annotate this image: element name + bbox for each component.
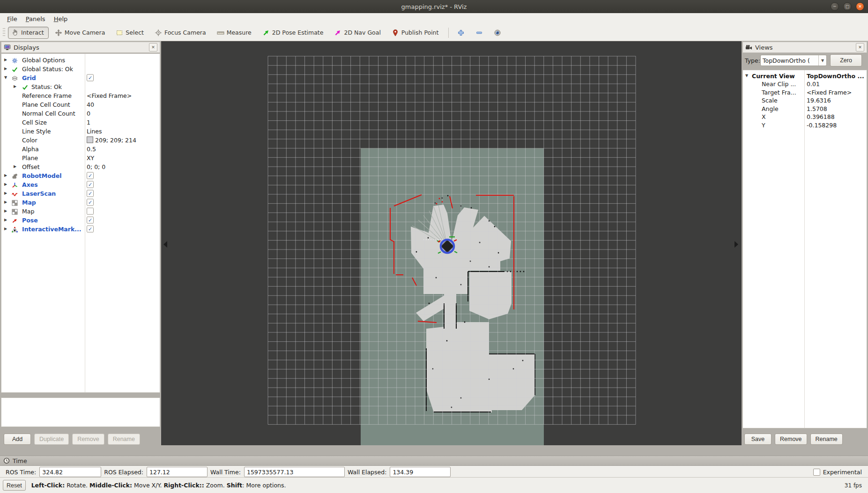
displays-close-icon[interactable]: ✕	[149, 43, 157, 52]
row-value[interactable]: 0	[87, 110, 90, 117]
row-value[interactable]: ✓	[87, 74, 94, 81]
checkbox[interactable]: ✓	[87, 190, 94, 197]
toolbar-grip[interactable]	[2, 26, 6, 39]
display-row-plane-cell-count[interactable]: Plane Cell Count40	[1, 100, 160, 109]
display-row-plane[interactable]: PlaneXY	[1, 153, 160, 162]
row-value[interactable]: ✓	[87, 181, 94, 188]
expand-arrow-icon[interactable]: ▶	[4, 66, 7, 71]
expand-arrow-icon[interactable]: ▶	[4, 218, 7, 222]
display-row-robotmodel[interactable]: ▶RobotModel✓	[1, 171, 160, 180]
displays-remove-button[interactable]: Remove	[72, 434, 104, 445]
row-value[interactable]: 209; 209; 214	[87, 136, 136, 143]
wall-elapsed-input[interactable]	[390, 467, 451, 477]
toolbar-button-plus[interactable]	[454, 27, 469, 39]
display-row-map[interactable]: ▶Map	[1, 206, 160, 215]
minimize-button[interactable]: ─	[831, 2, 839, 11]
checkbox[interactable]: ✓	[87, 199, 94, 206]
expand-arrow-icon[interactable]: ▶	[4, 227, 7, 231]
row-value[interactable]: 1.5708	[807, 105, 827, 112]
row-value[interactable]: 19.6316	[807, 97, 831, 104]
displays-add-button[interactable]: Add	[4, 434, 31, 445]
display-row-global-options[interactable]: ▶Global Options	[1, 55, 160, 64]
expand-arrow-icon[interactable]: ▶	[4, 182, 7, 186]
wall-time-input[interactable]	[244, 467, 345, 477]
reset-button[interactable]: Reset	[3, 480, 26, 491]
views-save-button[interactable]: Save	[744, 434, 772, 445]
views-rename-button[interactable]: Rename	[810, 434, 843, 445]
display-row-normal-cell-count[interactable]: Normal Cell Count0	[1, 109, 160, 118]
ros-elapsed-input[interactable]	[147, 467, 208, 477]
display-row-grid[interactable]: ▼Grid✓	[1, 73, 160, 82]
displays-duplicate-button[interactable]: Duplicate	[34, 434, 69, 445]
display-row-cell-size[interactable]: Cell Size1	[1, 118, 160, 126]
menu-panels[interactable]: Panels	[22, 15, 50, 23]
view-type-select[interactable]: TopDownOrtho ( ▼	[760, 55, 827, 66]
menu-file[interactable]: File	[3, 15, 22, 23]
checkbox[interactable]: ✓	[87, 172, 94, 179]
row-value[interactable]: 0.01	[807, 81, 820, 88]
display-row-alpha[interactable]: Alpha0.5	[1, 144, 160, 153]
expand-arrow-icon[interactable]: ▶	[4, 58, 7, 62]
row-value[interactable]: 40	[87, 101, 94, 108]
row-value[interactable]	[87, 207, 94, 214]
zero-button[interactable]: Zero	[830, 54, 862, 66]
toolbar-button-publish-point[interactable]: Publish Point	[388, 27, 444, 39]
display-row-reference-frame[interactable]: Reference Frame<Fixed Frame>	[1, 91, 160, 100]
checkbox[interactable]: ✓	[87, 74, 94, 81]
row-value[interactable]: ✓	[87, 225, 94, 232]
views-close-icon[interactable]: ✕	[856, 43, 864, 52]
display-row-map[interactable]: ▶Map✓	[1, 198, 160, 206]
toolbar-button-eye[interactable]	[490, 27, 506, 39]
view-row-target-fra[interactable]: Target Fra...<Fixed Frame>	[743, 88, 867, 96]
view-row-x[interactable]: X0.396188	[743, 113, 867, 121]
display-row-status-ok[interactable]: ▶Status: Ok	[1, 82, 160, 91]
view-row-scale[interactable]: Scale19.6316	[743, 96, 867, 105]
collapse-arrow-icon[interactable]: ▼	[4, 75, 7, 80]
checkbox[interactable]: ✓	[87, 181, 94, 188]
row-value[interactable]: <Fixed Frame>	[87, 92, 132, 99]
row-value[interactable]: 0.396188	[807, 113, 835, 120]
checkbox[interactable]	[87, 207, 94, 214]
checkbox[interactable]: ✓	[87, 216, 94, 223]
row-value[interactable]: XY	[87, 154, 94, 161]
view-row-near-clip[interactable]: Near Clip ...0.01	[743, 80, 867, 88]
row-value[interactable]: 1	[87, 118, 90, 125]
ros-time-input[interactable]	[39, 467, 101, 477]
maximize-button[interactable]: □	[843, 2, 852, 11]
display-row-global-status-ok[interactable]: ▶Global Status: Ok	[1, 64, 160, 73]
display-row-offset[interactable]: ▶Offset0; 0; 0	[1, 162, 160, 171]
menu-help[interactable]: Help	[50, 15, 72, 23]
collapse-right-icon[interactable]	[734, 241, 738, 248]
row-value[interactable]: TopDownOrtho ...	[807, 72, 864, 79]
expand-arrow-icon[interactable]: ▶	[4, 191, 7, 195]
toolbar-button-select[interactable]: Select	[112, 27, 148, 39]
collapse-left-icon[interactable]	[163, 241, 167, 248]
expand-arrow-icon[interactable]: ▶	[14, 84, 16, 88]
display-row-axes[interactable]: ▶Axes✓	[1, 180, 160, 189]
collapse-arrow-icon[interactable]: ▼	[745, 74, 748, 78]
display-row-color[interactable]: Color209; 209; 214	[1, 135, 160, 144]
row-value[interactable]: ✓	[87, 216, 94, 223]
toolbar-button-measure[interactable]: Measure	[214, 27, 256, 39]
view-row-angle[interactable]: Angle1.5708	[743, 104, 867, 113]
expand-arrow-icon[interactable]: ▶	[4, 173, 7, 177]
toolbar-button-focus-camera[interactable]: Focus Camera	[151, 27, 211, 39]
display-row-laserscan[interactable]: ▶LaserScan✓	[1, 189, 160, 198]
row-value[interactable]: <Fixed Frame>	[807, 88, 852, 96]
checkbox[interactable]: ✓	[87, 225, 94, 232]
display-row-interactivemark[interactable]: ▶InteractiveMark...✓	[1, 224, 160, 233]
experimental-checkbox[interactable]	[813, 469, 820, 476]
display-row-line-style[interactable]: Line StyleLines	[1, 126, 160, 135]
row-value[interactable]: 0; 0; 0	[87, 163, 105, 170]
close-button[interactable]: ✕	[856, 2, 864, 11]
row-value[interactable]: ✓	[87, 190, 94, 197]
expand-arrow-icon[interactable]: ▶	[4, 200, 7, 204]
displays-rename-button[interactable]: Rename	[108, 434, 140, 445]
display-row-pose[interactable]: ▶Pose✓	[1, 215, 160, 224]
view-row-y[interactable]: Y-0.158298	[743, 121, 867, 129]
row-value[interactable]: 0.5	[87, 145, 96, 152]
views-remove-button[interactable]: Remove	[775, 434, 807, 445]
toolbar-button-move-camera[interactable]: Move Camera	[52, 27, 110, 39]
row-value[interactable]: Lines	[87, 127, 102, 134]
toolbar-button-2d-pose-estimate[interactable]: 2D Pose Estimate	[259, 27, 328, 39]
